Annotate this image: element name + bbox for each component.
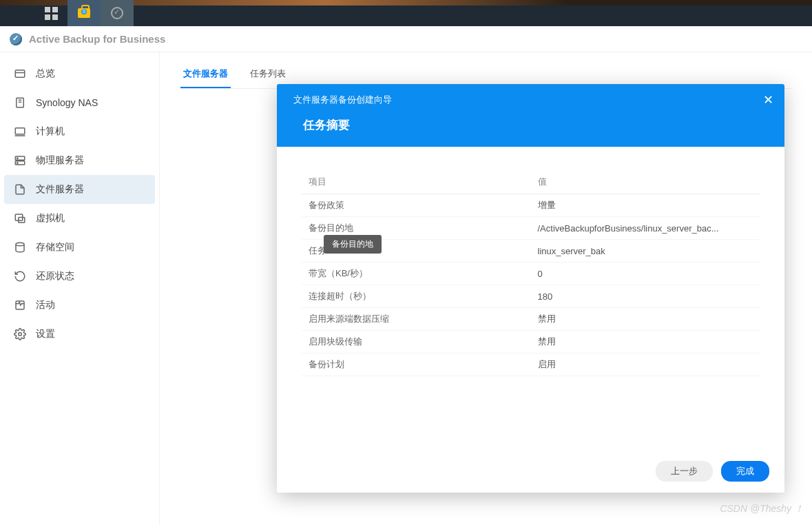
svg-point-15 (19, 333, 22, 336)
th-item: 项目 (302, 170, 531, 194)
table-row: 带宽（KB/秒）0 (302, 262, 760, 285)
table-row: 备份计划启用 (302, 353, 760, 376)
sidebar-label: 存储空间 (36, 241, 74, 254)
dialog-title: 任务摘要 (293, 117, 768, 133)
active-backup-icon[interactable] (101, 0, 134, 26)
sidebar-label: Synology NAS (36, 97, 98, 108)
sidebar-label: 虚拟机 (36, 212, 65, 225)
table-row: 备份政策增量 (302, 194, 760, 217)
sidebar-item-storage[interactable]: 存储空间 (0, 233, 159, 262)
gear-icon (14, 328, 26, 340)
file-server-icon (14, 183, 26, 196)
table-row: 连接超时（秒）180 (302, 285, 760, 308)
dialog-footer: 上一步 完成 (277, 450, 784, 493)
app-logo-icon (10, 33, 22, 45)
svg-rect-0 (15, 70, 25, 78)
overview-icon (14, 68, 26, 80)
sidebar-item-overview[interactable]: 总览 (0, 59, 159, 88)
wizard-dialog: 文件服务器备份创建向导 ✕ 任务摘要 项目 值 备份政策增量 备份目的地/Act… (277, 84, 784, 493)
finish-button[interactable]: 完成 (721, 461, 769, 482)
sidebar-item-activity[interactable]: 活动 (0, 291, 159, 320)
sidebar-label: 活动 (36, 299, 55, 311)
app-header: Active Backup for Business (0, 26, 812, 52)
app-title: Active Backup for Business (29, 33, 165, 45)
svg-rect-5 (15, 128, 25, 134)
sidebar: 总览 Synology NAS 计算机 物理服务器 文件服务器 虚拟机 存储空间 (0, 52, 160, 525)
dialog-subtitle: 文件服务器备份创建向导 (293, 94, 768, 106)
activity-icon (14, 299, 26, 311)
dialog-header: 文件服务器备份创建向导 ✕ 任务摘要 (277, 84, 784, 147)
sidebar-label: 物理服务器 (36, 154, 84, 167)
apps-icon[interactable] (34, 0, 67, 26)
sidebar-item-physical-server[interactable]: 物理服务器 (0, 146, 159, 175)
close-icon[interactable]: ✕ (763, 92, 773, 107)
prev-button[interactable]: 上一步 (656, 461, 713, 482)
sidebar-label: 还原状态 (36, 270, 74, 282)
sidebar-item-restore[interactable]: 还原状态 (0, 262, 159, 291)
th-value: 值 (531, 170, 760, 194)
sidebar-item-computer[interactable]: 计算机 (0, 117, 159, 146)
package-center-icon[interactable]: S (67, 0, 101, 26)
sidebar-item-settings[interactable]: 设置 (0, 320, 159, 349)
watermark: CSDN @Theshy ！ (720, 503, 804, 515)
computer-icon (14, 125, 26, 138)
svg-point-10 (17, 163, 19, 164)
svg-point-9 (17, 158, 19, 159)
sidebar-item-file-server[interactable]: 文件服务器 (4, 175, 155, 204)
summary-table: 项目 值 备份政策增量 备份目的地/ActiveBackupforBusines… (302, 170, 760, 376)
tooltip: 备份目的地 (324, 235, 382, 254)
storage-icon (14, 241, 26, 254)
nas-icon (14, 96, 26, 109)
restore-icon (14, 270, 26, 282)
svg-point-13 (16, 243, 24, 246)
sidebar-item-vm[interactable]: 虚拟机 (0, 204, 159, 233)
sidebar-item-nas[interactable]: Synology NAS (0, 88, 159, 117)
tab-file-server[interactable]: 文件服务器 (180, 62, 231, 88)
system-taskbar: S (0, 0, 812, 26)
table-row: 启用块级传输禁用 (302, 331, 760, 353)
sidebar-label: 设置 (36, 328, 55, 340)
sidebar-label: 总览 (36, 68, 55, 80)
sidebar-label: 计算机 (36, 125, 65, 138)
server-icon (14, 154, 26, 167)
vm-icon (14, 212, 26, 225)
sidebar-label: 文件服务器 (36, 183, 84, 196)
table-row: 启用来源端数据压缩禁用 (302, 308, 760, 331)
